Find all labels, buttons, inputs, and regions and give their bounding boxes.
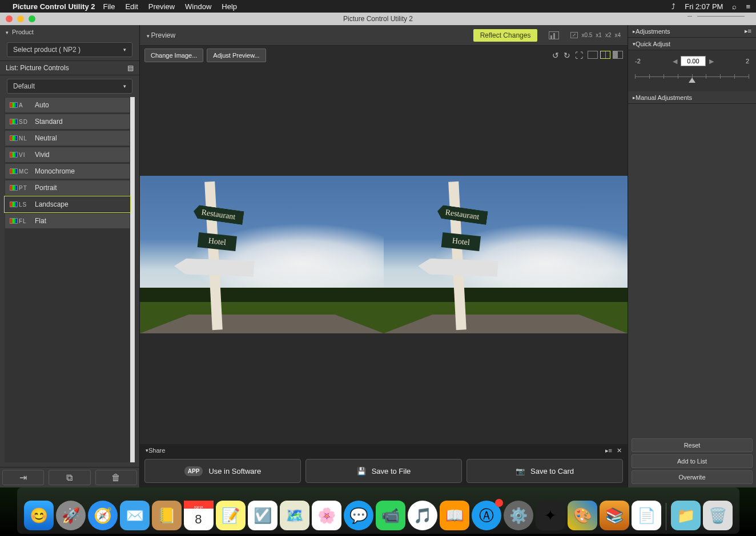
fullscreen-icon[interactable]: ⛶ xyxy=(575,51,583,60)
picture-control-list: AAuto SDStandard NLNeutral VIVivid MCMon… xyxy=(5,97,135,462)
expand-icon[interactable]: ▸≡ xyxy=(745,27,751,35)
change-image-button[interactable]: Change Image... xyxy=(144,49,203,62)
zoom-control[interactable]: ⤢ x0.5 x1 x2 x4 xyxy=(570,32,621,38)
dock-safari[interactable]: 🧭 xyxy=(88,501,118,530)
dock-photos[interactable]: 🌸 xyxy=(312,501,341,530)
zoom-slider[interactable] xyxy=(687,16,745,17)
right-panel: Adjustments▸≡ Quick Adjust -2 ◀ 0.00 ▶ 2… xyxy=(628,25,756,487)
delete-button[interactable]: 🗑 xyxy=(95,470,137,485)
dock-launchpad[interactable]: 🚀 xyxy=(56,501,86,530)
save-to-file-button[interactable]: 💾 Save to File xyxy=(305,459,462,483)
dock-sysprefs[interactable]: ⚙️ xyxy=(504,501,533,530)
dock-notes[interactable]: 📝 xyxy=(216,501,246,530)
preview-image-original: Restaurant Hotel xyxy=(140,176,384,333)
view-side-by-side-icon[interactable] xyxy=(600,51,610,59)
arrow-sign-icon xyxy=(417,258,498,277)
qa-max-label: 2 xyxy=(746,58,749,65)
clock[interactable]: Fri 2:07 PM xyxy=(685,2,723,11)
dock-itunes[interactable]: 🎵 xyxy=(408,501,437,530)
app-menu[interactable]: Picture Control Utility 2 xyxy=(13,2,95,11)
menu-window[interactable]: Window xyxy=(185,2,211,11)
dock-facetime[interactable]: 📹 xyxy=(376,501,405,530)
rotate-ccw-icon[interactable]: ↺ xyxy=(552,51,559,60)
menu-edit[interactable]: Edit xyxy=(125,2,138,11)
pc-item-neutral[interactable]: NLNeutral xyxy=(5,130,130,146)
preview-dropdown[interactable]: Preview xyxy=(147,31,175,39)
save-to-card-button[interactable]: 📷 Save to Card xyxy=(467,459,623,483)
list-view-icon[interactable]: ▤ xyxy=(127,64,134,72)
dock-maps[interactable]: 🗺️ xyxy=(280,501,309,530)
preview-toolbar: Preview Reflect Changes ⤢ x0.5 x1 x2 x4 xyxy=(140,25,628,46)
arrow-sign-icon xyxy=(174,258,254,277)
share-panel: Share ▸≡ ✕ APP Use in Software 💾 Save to… xyxy=(140,444,628,487)
spotlight-icon[interactable]: ⌕ xyxy=(732,2,737,11)
histogram-icon[interactable] xyxy=(549,31,559,39)
manual-adjustments-header[interactable]: Manual Adjustments xyxy=(628,91,756,104)
group-select[interactable]: Default xyxy=(7,79,132,94)
dock-appstore[interactable]: Ⓐ xyxy=(472,501,501,530)
pc-item-landscape[interactable]: LSLandscape xyxy=(5,196,130,212)
dock-calendar[interactable]: SEP8 xyxy=(184,501,214,530)
dock-messages[interactable]: 💬 xyxy=(344,501,373,530)
import-button[interactable]: ⇥ xyxy=(2,470,44,485)
pc-item-portrait[interactable]: PTPortrait xyxy=(5,180,130,196)
qa-decrease-button[interactable]: ◀ xyxy=(673,58,677,65)
dock-picture-control[interactable]: 🎨 xyxy=(568,501,597,530)
expand-icon[interactable]: ▸≡ xyxy=(605,447,612,454)
rotate-cw-icon[interactable]: ↻ xyxy=(564,51,570,60)
list-header: List: Picture Controls ▤ xyxy=(0,61,139,75)
reflect-changes-button[interactable]: Reflect Changes xyxy=(473,29,538,42)
dock-contacts[interactable]: 📒 xyxy=(152,501,182,530)
dock-ibooks[interactable]: 📖 xyxy=(440,501,469,530)
pc-item-auto[interactable]: AAuto xyxy=(5,97,130,113)
dock: 😊 🚀 🧭 ✉️ 📒 SEP8 📝 ☑️ 🗺️ 🌸 💬 📹 🎵 📖 Ⓐ ⚙️ ✦… xyxy=(0,487,756,536)
dock-nikon-1[interactable]: ✦ xyxy=(536,501,565,530)
preview-area: Restaurant Hotel Restaurant Hotel xyxy=(140,65,628,444)
adjust-preview-button[interactable]: Adjust Preview... xyxy=(207,49,266,62)
window-title: Picture Control Utility 2 xyxy=(0,15,756,23)
menu-file[interactable]: File xyxy=(103,2,115,11)
window-titlebar: Picture Control Utility 2 xyxy=(0,13,756,25)
pc-item-flat[interactable]: FLFlat xyxy=(5,213,130,229)
dock-downloads[interactable]: 📁 xyxy=(671,501,701,530)
dock-mail[interactable]: ✉️ xyxy=(120,501,150,530)
status-icon[interactable]: ⤴ xyxy=(671,2,675,11)
dock-separator xyxy=(666,503,666,530)
dock-trash[interactable]: 🗑️ xyxy=(703,501,733,530)
dock-textedit[interactable]: 📄 xyxy=(632,501,661,530)
center-panel: Preview Reflect Changes ⤢ x0.5 x1 x2 x4 … xyxy=(140,25,628,487)
fit-icon[interactable]: ⤢ xyxy=(570,32,578,38)
qa-slider-thumb[interactable] xyxy=(689,78,695,83)
dock-finder[interactable]: 😊 xyxy=(24,501,54,530)
pc-item-monochrome[interactable]: MCMonochrome xyxy=(5,163,130,179)
system-menubar: Picture Control Utility 2 File Edit Prev… xyxy=(0,0,756,13)
product-select[interactable]: Select product ( NP2 ) xyxy=(7,42,132,57)
overwrite-button[interactable]: Overwrite xyxy=(632,470,753,484)
qa-slider[interactable] xyxy=(635,72,749,83)
notification-center-icon[interactable]: ≡ xyxy=(746,2,750,11)
app-icon: APP xyxy=(184,466,203,476)
qa-value-input[interactable]: 0.00 xyxy=(681,56,705,66)
dock-nikon-3[interactable]: 📚 xyxy=(600,501,629,530)
adjustments-header[interactable]: Adjustments▸≡ xyxy=(628,25,756,38)
duplicate-button[interactable]: ⧉ xyxy=(49,470,90,485)
pc-item-standard[interactable]: SDStandard xyxy=(5,114,130,130)
menu-preview[interactable]: Preview xyxy=(148,2,175,11)
camera-card-icon: 📷 xyxy=(516,467,525,475)
menu-help[interactable]: Help xyxy=(222,2,237,11)
view-single-icon[interactable] xyxy=(588,51,598,59)
qa-increase-button[interactable]: ▶ xyxy=(709,58,714,65)
view-split-icon[interactable] xyxy=(613,51,623,59)
quick-adjust-header[interactable]: Quick Adjust xyxy=(628,38,756,50)
dock-reminders[interactable]: ☑️ xyxy=(248,501,278,530)
share-header[interactable]: Share ▸≡ ✕ xyxy=(140,444,628,457)
pc-item-vivid[interactable]: VIVivid xyxy=(5,147,130,163)
close-share-icon[interactable]: ✕ xyxy=(617,447,622,454)
save-file-icon: 💾 xyxy=(357,467,366,475)
image-toolbar: Change Image... Adjust Preview... ↺ ↻ ⛶ xyxy=(140,46,628,65)
preview-image-adjusted: Restaurant Hotel xyxy=(384,176,628,333)
add-to-list-button[interactable]: Add to List xyxy=(632,454,753,468)
reset-button[interactable]: Reset xyxy=(632,438,753,452)
product-section-header[interactable]: Product xyxy=(0,25,139,39)
use-in-software-button[interactable]: APP Use in Software xyxy=(144,459,301,483)
